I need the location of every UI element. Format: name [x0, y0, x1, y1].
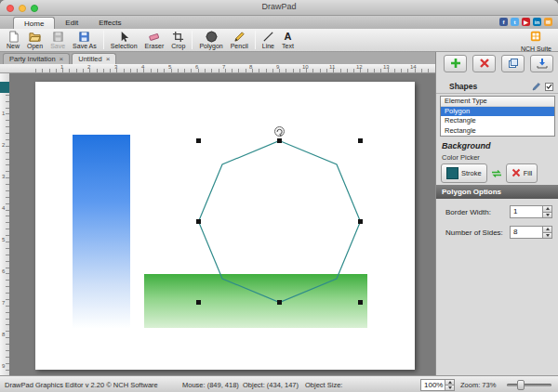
stepper-up-button[interactable] [445, 379, 455, 385]
up-arrow-icon [448, 381, 452, 384]
selection-handle[interactable] [358, 138, 363, 143]
close-tab-icon[interactable]: × [60, 56, 64, 63]
edit-pencil-icon[interactable] [532, 78, 541, 95]
mail-icon[interactable]: ✉ [544, 18, 552, 26]
save-as-button[interactable]: Save As [69, 30, 100, 50]
zoom-slider-thumb[interactable] [517, 380, 525, 390]
nch-suite-button[interactable]: NCH Suite [521, 29, 555, 52]
zoom-slider[interactable] [507, 384, 551, 386]
open-button[interactable]: Open [23, 30, 46, 50]
ruler-number: 2 [87, 64, 90, 70]
border-width-input[interactable]: 1 [510, 205, 542, 218]
tab-edit-label: Edit [65, 19, 78, 27]
stepper-up-button[interactable] [542, 226, 552, 233]
octagon-shape[interactable] [199, 141, 361, 303]
nch-suite-icon [530, 29, 541, 46]
stepper-down-button[interactable] [445, 385, 455, 391]
open-label: Open [27, 43, 43, 49]
text-label: Text [282, 43, 294, 49]
ruler-number: 5 [2, 237, 5, 242]
polygon-label: Polygon [199, 43, 222, 49]
copy-icon [508, 56, 519, 72]
selection-overlay [9, 73, 435, 375]
open-folder-icon [29, 31, 41, 43]
tab-home[interactable]: Home [13, 17, 55, 29]
list-item-rectangle[interactable]: Rectangle [441, 126, 554, 137]
twitter-icon[interactable]: t [511, 18, 519, 26]
list-item-polygon[interactable]: Polygon [441, 107, 554, 117]
stepper-down-button[interactable] [542, 213, 552, 219]
delete-shape-button[interactable] [472, 55, 496, 72]
selection-handle[interactable] [196, 138, 201, 143]
text-tool-button[interactable]: A Text [278, 30, 298, 50]
ruler-number: 7 [2, 300, 5, 306]
ruler-number: 11 [329, 64, 335, 70]
crop-tool-button[interactable]: Crop [167, 30, 189, 50]
ruler-corner [0, 64, 9, 73]
add-shape-button[interactable] [444, 55, 467, 72]
polygon-icon [206, 31, 218, 43]
list-item-rectangle[interactable]: Rectangle [441, 116, 554, 126]
canvas-area[interactable] [9, 73, 435, 375]
stroke-fill-row: Stroke Fill [441, 163, 554, 184]
tab-effects-label: Effects [99, 19, 121, 27]
doc-tab-party-invitation[interactable]: Party Invitation × [3, 53, 70, 64]
linkedin-icon[interactable]: in [533, 18, 541, 26]
cursor-icon [118, 31, 130, 43]
line-label: Line [262, 43, 274, 49]
duplicate-shape-button[interactable] [501, 55, 525, 72]
stepper-down-button[interactable] [542, 233, 552, 240]
social-links: f t ▶ in ✉ [499, 18, 552, 26]
ruler-number: 6 [195, 64, 198, 70]
ruler-number: 3 [2, 174, 5, 179]
fill-color-button[interactable]: Fill [506, 163, 538, 183]
border-width-row: Border Width: 1 [436, 204, 558, 219]
new-button[interactable]: New [3, 30, 23, 50]
doc-tab-untitled[interactable]: Untitled × [72, 53, 116, 64]
line-tool-button[interactable]: Line [259, 30, 278, 50]
ruler-number: 3 [114, 64, 117, 70]
stroke-label: Stroke [461, 169, 482, 177]
facebook-icon[interactable]: f [499, 18, 508, 26]
border-width-stepper: 1 [510, 205, 552, 218]
nch-suite-label: NCH Suite [521, 46, 551, 52]
ruler-number: 5 [168, 64, 171, 70]
zoom-level-label: Zoom: 73% [460, 381, 496, 389]
selection-handle[interactable] [358, 219, 363, 224]
selection-tool-button[interactable]: Selection [107, 30, 141, 50]
horizontal-ruler: 1 2 3 4 5 6 7 8 9 10 11 12 13 14 [9, 64, 435, 73]
rotation-handle-icon[interactable] [275, 127, 285, 137]
close-tab-icon[interactable]: × [106, 56, 111, 63]
toolbar-separator [103, 31, 104, 49]
save-button[interactable]: Save [46, 30, 69, 50]
zoom-percentage-input[interactable]: 100% [420, 379, 445, 391]
selection-handle[interactable] [277, 138, 282, 143]
selection-handle[interactable] [277, 300, 282, 305]
new-label: New [7, 43, 20, 49]
object-size-text: Object Size: [305, 381, 342, 389]
ruler-ticks [35, 69, 435, 72]
save-as-label: Save As [73, 43, 97, 49]
shapes-section-header: Shapes [436, 80, 558, 94]
eraser-tool-button[interactable]: Eraser [141, 30, 168, 50]
swap-arrows-icon[interactable] [491, 165, 502, 182]
import-shape-button[interactable] [530, 55, 553, 72]
polygon-tool-button[interactable]: Polygon [195, 30, 226, 50]
down-arrow-icon [448, 386, 452, 389]
selection-label: Selection [111, 43, 138, 49]
tab-effects[interactable]: Effects [88, 17, 131, 29]
visibility-checkbox[interactable] [545, 83, 553, 91]
pencil-label: Pencil [231, 43, 248, 49]
selection-handle[interactable] [196, 300, 201, 305]
selection-handle[interactable] [358, 300, 363, 305]
selection-handle[interactable] [196, 219, 201, 224]
titlebar: DrawPad [0, 0, 558, 16]
stroke-color-button[interactable]: Stroke [441, 163, 487, 183]
pencil-tool-button[interactable]: Pencil [227, 30, 252, 50]
ruler-number: 12 [356, 64, 363, 70]
right-panel: Shapes Element Type Polygon Rectangle Re… [435, 52, 558, 375]
tab-edit[interactable]: Edit [55, 17, 88, 29]
number-of-sides-input[interactable]: 8 [510, 226, 542, 239]
youtube-icon[interactable]: ▶ [522, 18, 530, 26]
stepper-up-button[interactable] [542, 205, 552, 213]
